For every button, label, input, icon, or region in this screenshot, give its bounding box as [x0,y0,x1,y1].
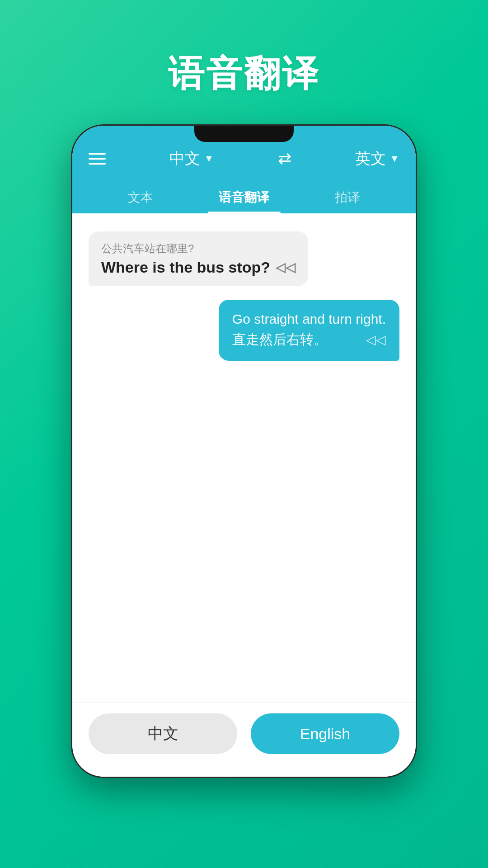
source-language-selector[interactable]: 中文 ▼ [169,148,214,169]
bottom-bar: 中文 English [72,702,416,777]
chat-area: 公共汽车站在哪里? Where is the bus stop? ◁◁ Go s… [72,213,416,702]
swap-icon: ⇄ [278,149,291,168]
phone-screen: 中文 ▼ ⇄ 英文 ▼ 文本 语音翻译 [72,126,416,777]
tab-photo[interactable]: 拍译 [296,183,399,213]
swap-languages-button[interactable]: ⇄ [278,149,291,168]
message-main-text-right: Go straight and turn right. [232,311,386,327]
menu-button[interactable] [89,153,106,165]
english-voice-button[interactable]: English [251,713,399,754]
tab-text[interactable]: 文本 [89,183,192,213]
message-sound-button[interactable]: ◁◁ [276,260,296,275]
phone-notch [194,126,294,142]
page-title-text: 语音翻译 [168,50,320,99]
source-language-label: 中文 [169,148,200,169]
message-subtitle: 公共汽车站在哪里? [101,241,296,256]
tab-voice[interactable]: 语音翻译 [192,183,296,213]
target-language-selector[interactable]: 英文 ▼ [355,148,399,169]
chinese-voice-button[interactable]: 中文 [89,713,237,754]
message-bubble-left: 公共汽车站在哪里? Where is the bus stop? ◁◁ [89,231,308,286]
message-sound-button-right[interactable]: ◁◁ [366,332,386,347]
source-language-arrow: ▼ [204,153,214,165]
target-language-label: 英文 [355,148,386,169]
target-language-arrow: ▼ [389,153,399,165]
message-main-text: Where is the bus stop? ◁◁ [101,259,296,276]
message-sub-text-right: 直走然后右转。 ◁◁ [232,330,386,349]
message-bubble-right: Go straight and turn right. 直走然后右转。 ◁◁ [219,300,399,361]
phone-frame: 中文 ▼ ⇄ 英文 ▼ 文本 语音翻译 [72,126,416,777]
tab-bar: 文本 语音翻译 拍译 [89,178,399,213]
